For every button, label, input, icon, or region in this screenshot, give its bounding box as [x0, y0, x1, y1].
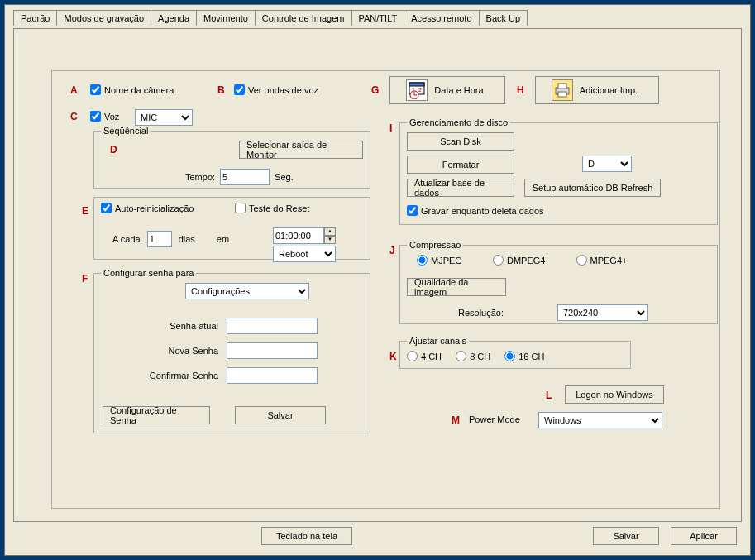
marker-a: A	[70, 84, 78, 96]
camera-name-checkbox[interactable]: Nome da câmera	[90, 84, 174, 95]
test-reset-checkbox[interactable]: Teste do Reset	[235, 203, 309, 213]
spin-up-button[interactable]: ▲	[324, 227, 336, 236]
tab-agenda[interactable]: Agenda	[151, 10, 197, 26]
drive-select[interactable]: D	[582, 156, 632, 172]
marker-f: F	[82, 273, 88, 285]
dmpeg4-radio[interactable]: DMPEG4	[493, 255, 545, 266]
svg-rect-8	[558, 84, 566, 89]
record-while-delete-label: Gravar enquanto deleta dados	[421, 206, 544, 216]
reset-time-input[interactable]	[273, 227, 324, 244]
scan-disk-button[interactable]: Scan Disk	[407, 132, 514, 151]
record-while-delete-check[interactable]	[407, 205, 418, 216]
calendar-clock-icon: 1 2	[406, 79, 428, 101]
tab-acesso-remoto[interactable]: Acesso remoto	[404, 10, 479, 26]
resolution-select[interactable]: 720x240	[557, 304, 648, 321]
record-while-delete-checkbox[interactable]: Gravar enquanto deleta dados	[407, 205, 544, 216]
password-legend: Configurar senha para	[101, 268, 196, 278]
select-monitor-output-button[interactable]: Selecionar saída de Monitor	[239, 141, 363, 159]
voice-waves-check[interactable]	[234, 84, 245, 95]
svg-rect-9	[558, 92, 566, 97]
marker-e: E	[82, 205, 88, 217]
confirm-password-label: Confirmar Senha	[127, 371, 227, 381]
password-target-select[interactable]: Configurações	[185, 283, 309, 299]
add-printer-label: Adicionar Imp.	[580, 85, 638, 95]
days-input[interactable]	[147, 231, 172, 247]
tab-controle-imagem[interactable]: Controle de Imagem	[255, 10, 352, 26]
update-db-button[interactable]: Atualizar base de dados	[407, 179, 514, 197]
date-time-button[interactable]: 1 2 Data e Hora	[389, 76, 505, 104]
sequential-legend: Seqüêncial	[101, 126, 151, 136]
svg-rect-1	[409, 83, 424, 86]
auto-reset-label: Auto-reinicialização	[115, 203, 194, 213]
password-config-button[interactable]: Configuração de Senha	[103, 406, 210, 424]
auto-reset-fieldset: Auto-reinicialização Teste do Reset A ca…	[93, 197, 370, 260]
tab-movimento[interactable]: Movimento	[196, 10, 256, 26]
auto-reset-checkbox[interactable]: Auto-reinicialização	[101, 203, 194, 213]
reset-action-select[interactable]: Reboot	[273, 246, 336, 262]
add-printer-button[interactable]: Adicionar Imp.	[535, 76, 659, 104]
channels-legend: Ajustar canais	[407, 336, 469, 346]
disk-management-fieldset: Gerenciamento de disco Scan Disk Formata…	[399, 117, 718, 225]
marker-l: L	[546, 390, 552, 401]
marker-g: G	[371, 84, 379, 96]
password-save-button[interactable]: Salvar	[235, 406, 326, 424]
current-password-label: Senha atual	[127, 321, 227, 331]
voice-source-select[interactable]: MIC	[135, 109, 193, 126]
sequential-time-input[interactable]	[220, 169, 270, 185]
power-mode-label: Power Mode	[469, 414, 520, 424]
auto-db-refresh-button[interactable]: Setup automático DB Refresh	[524, 179, 661, 197]
printer-icon	[552, 79, 573, 101]
channels-fieldset: Ajustar canais 4 CH 8 CH 16 CH	[399, 336, 631, 369]
marker-c: C	[70, 111, 78, 122]
channels-8-radio[interactable]: 8 CH	[456, 351, 490, 361]
tab-pantilt[interactable]: PAN/TILT	[351, 10, 405, 26]
voice-waves-label: Ver ondas de voz	[248, 85, 318, 95]
test-reset-check[interactable]	[235, 203, 246, 213]
auto-reset-check[interactable]	[101, 203, 112, 213]
current-password-input[interactable]	[227, 318, 318, 334]
new-password-input[interactable]	[227, 342, 318, 359]
test-reset-label: Teste do Reset	[249, 203, 309, 213]
compression-legend: Compressão	[407, 240, 463, 250]
svg-text:2: 2	[418, 87, 422, 93]
onscreen-keyboard-button[interactable]: Teclado na tela	[261, 527, 352, 545]
apply-button[interactable]: Aplicar	[671, 527, 737, 545]
marker-b: B	[217, 84, 225, 96]
days-label: dias	[179, 234, 195, 244]
mjpeg-radio[interactable]: MJPEG	[417, 255, 462, 266]
voice-check[interactable]	[90, 111, 101, 122]
tab-modos[interactable]: Modos de gravação	[56, 10, 151, 26]
mpeg4plus-radio[interactable]: MPEG4+	[576, 255, 628, 266]
new-password-label: Nova Senha	[127, 346, 227, 356]
voice-waves-checkbox[interactable]: Ver ondas de voz	[234, 84, 318, 95]
spin-down-button[interactable]: ▼	[324, 236, 336, 244]
date-time-label: Data e Hora	[434, 85, 483, 95]
password-fieldset: Configurar senha para Configurações Senh…	[93, 268, 370, 433]
power-mode-select[interactable]: Windows	[538, 412, 662, 428]
confirm-password-input[interactable]	[227, 367, 318, 384]
format-button[interactable]: Formatar	[407, 156, 514, 174]
marker-k: K	[389, 351, 397, 362]
inner-panel: A B C D E F G H I J K L M Nome da câmera…	[51, 70, 720, 509]
tab-backup[interactable]: Back Up	[479, 10, 528, 26]
tab-padrao[interactable]: Padrão	[13, 10, 57, 26]
marker-j: J	[389, 245, 395, 256]
tab-panel: A B C D E F G H I J K L M Nome da câmera…	[13, 28, 742, 522]
image-quality-button[interactable]: Qualidade da imagem	[407, 278, 506, 296]
sequential-fieldset: Seqüêncial Selecionar saída de Monitor T…	[93, 126, 370, 189]
voice-checkbox[interactable]: Voz	[90, 111, 119, 122]
voice-label: Voz	[104, 112, 119, 122]
footer-bar: Teclado na tela Salvar Aplicar	[13, 527, 742, 548]
resolution-label: Resolução:	[458, 308, 504, 318]
channels-16-radio[interactable]: 16 CH	[504, 351, 544, 361]
settings-window: Padrão Modos de gravação Agenda Moviment…	[4, 4, 751, 556]
camera-name-check[interactable]	[90, 84, 101, 95]
tab-bar: Padrão Modos de gravação Agenda Moviment…	[5, 5, 750, 26]
seconds-label: Seg.	[275, 172, 294, 182]
logon-windows-button[interactable]: Logon no Windows	[565, 385, 664, 404]
save-button[interactable]: Salvar	[593, 527, 659, 545]
at-label: em	[217, 234, 229, 244]
marker-m: M	[452, 414, 460, 426]
channels-4-radio[interactable]: 4 CH	[407, 351, 442, 361]
time-label: Tempo:	[185, 172, 215, 182]
